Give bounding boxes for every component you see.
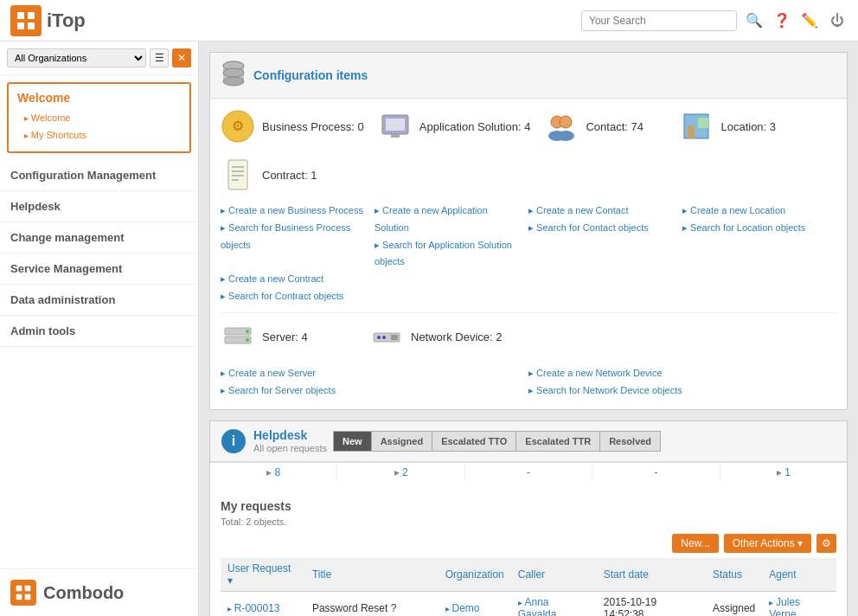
requests-table: User Request ▾ Title Organization Caller… (221, 558, 836, 616)
caller-link-1[interactable]: Anna Gavalda (518, 596, 557, 616)
config-items-body: ⚙ Business Process: 0 (210, 99, 847, 409)
helpdesk-subtitle: All open requests (253, 443, 327, 453)
app-header: iTop 🔍 ❓ ✏️ ⏻ (0, 0, 858, 42)
create-network-device-link[interactable]: Create a new Network Device (528, 365, 829, 382)
helpdesk-icon: i (221, 428, 247, 454)
sidebar-item-helpdesk[interactable]: Helpdesk (0, 191, 198, 222)
cell-status-1: Assigned (706, 592, 762, 616)
logo-text: iTop (47, 10, 86, 32)
col-user-request[interactable]: User Request ▾ (221, 558, 305, 592)
search-business-process-link[interactable]: Search for Business Process objects (221, 220, 368, 254)
helpdesk-header: i Helpdesk All open requests New Assigne… (210, 421, 847, 462)
sidebar-item-change-management[interactable]: Change management (0, 222, 198, 253)
tab-resolved[interactable]: Resolved (599, 431, 661, 452)
edit-icon[interactable]: ✏️ (799, 10, 820, 31)
create-contact-link[interactable]: Create a new Contact (528, 202, 676, 220)
svg-point-33 (246, 338, 249, 342)
table-toolbar: New... Other Actions ▾ ⚙ (221, 534, 836, 553)
search-icon[interactable]: 🔍 (744, 10, 765, 31)
svg-rect-17 (391, 134, 400, 138)
svg-text:⚙: ⚙ (232, 119, 244, 133)
helpdesk-body: My requests Total: 2 objects. New... Oth… (210, 482, 847, 616)
stat-escalated-tto: - (465, 463, 592, 482)
org-link-1[interactable]: Demo (445, 602, 480, 614)
search-app-solution-link[interactable]: Search for Application Solution objects (375, 237, 522, 272)
tile-contract-label: Contract: 1 (262, 169, 317, 182)
tab-new[interactable]: New (333, 431, 372, 452)
total-text: Total: 2 objects. (221, 517, 836, 527)
config-button[interactable]: ⚙ (816, 534, 836, 553)
create-location-link[interactable]: Create a new Location (682, 202, 829, 220)
request-link-1[interactable]: R-000013 (227, 602, 280, 614)
search-network-device-link[interactable]: Search for Network Device objects (528, 382, 829, 400)
footer-text: Combodo (43, 583, 124, 603)
org-menu-btn[interactable]: ☰ (150, 48, 169, 67)
config-link-group-contract: Create a new Contract Search for Contrac… (221, 271, 836, 305)
sidebar-item-data-admin[interactable]: Data administration (0, 285, 198, 316)
col-organization[interactable]: Organization (439, 558, 511, 592)
help-icon[interactable]: ❓ (772, 10, 792, 31)
footer-logo-icon (10, 580, 36, 606)
welcome-link-shortcuts[interactable]: My Shortcuts (24, 127, 181, 144)
tile-network-device-label: Network Device: 2 (411, 330, 502, 343)
tab-assigned[interactable]: Assigned (371, 431, 433, 452)
stat-assigned: ▸ 2 (337, 463, 464, 482)
welcome-section: Welcome Welcome My Shortcuts (7, 82, 191, 153)
config-link-group-bp: Create a new Business Process Search for… (221, 202, 375, 271)
org-select[interactable]: All Organizations (7, 48, 146, 67)
stat-resolved-bullet: ▸ (777, 466, 784, 478)
config-items-header: Configuration items (210, 53, 847, 99)
new-request-button[interactable]: New... (672, 534, 718, 553)
sidebar-item-config-management[interactable]: Configuration Management (0, 160, 198, 191)
svg-rect-25 (228, 160, 247, 189)
search-contract-link[interactable]: Search for Contract objects (221, 288, 829, 305)
svg-point-21 (557, 131, 574, 141)
svg-point-12 (223, 68, 244, 77)
config-items-title: Configuration items (253, 68, 368, 82)
other-actions-button[interactable]: Other Actions ▾ (724, 534, 811, 553)
svg-rect-4 (16, 586, 22, 592)
sidebar-item-service-management[interactable]: Service Management (0, 253, 198, 285)
tab-escalated-ttr[interactable]: Escalated TTR (515, 431, 600, 452)
welcome-link-welcome[interactable]: Welcome (24, 110, 181, 127)
tile-network-device: Network Device: 2 (369, 320, 502, 355)
config-links: Create a new Business Process Search for… (221, 202, 836, 305)
config-link-group-contact: Create a new Contact Search for Contact … (528, 202, 682, 271)
org-add-btn[interactable]: ✕ (172, 48, 191, 67)
contract-icon (221, 157, 255, 192)
svg-text:i: i (232, 433, 235, 448)
search-contact-link[interactable]: Search for Contact objects (528, 220, 676, 237)
search-input[interactable] (581, 10, 737, 31)
table-header-row: User Request ▾ Title Organization Caller… (221, 558, 836, 592)
search-location-link[interactable]: Search for Location objects (682, 220, 829, 237)
org-selector: All Organizations ☰ ✕ (0, 42, 198, 75)
main-content: Configuration items ⚙ Business Process: … (199, 42, 858, 616)
sidebar-item-admin-tools[interactable]: Admin tools (0, 316, 198, 347)
col-caller[interactable]: Caller (511, 558, 597, 592)
create-app-solution-link[interactable]: Create a new Application Solution (375, 202, 522, 237)
create-contract-link[interactable]: Create a new Contract (221, 271, 829, 288)
helpdesk-title: Helpdesk (253, 428, 307, 442)
col-start-date[interactable]: Start date (597, 558, 706, 592)
svg-point-36 (382, 336, 386, 339)
tab-escalated-tto[interactable]: Escalated TTO (432, 431, 516, 452)
cell-caller-1: Anna Gavalda (511, 592, 597, 616)
agent-link-1[interactable]: Jules Verne (769, 596, 800, 616)
search-server-link[interactable]: Search for Server objects (221, 382, 522, 400)
power-icon[interactable]: ⏻ (827, 10, 848, 31)
svg-rect-0 (17, 12, 24, 19)
app-solution-icon (378, 109, 413, 144)
table-head: User Request ▾ Title Organization Caller… (221, 558, 836, 592)
helpdesk-stats: ▸ 8 ▸ 2 - - ▸ 1 (210, 462, 847, 482)
stat-new-bullet: ▸ (266, 466, 274, 478)
create-business-process-link[interactable]: Create a new Business Process (221, 202, 368, 220)
col-status[interactable]: Status (706, 558, 762, 592)
create-server-link[interactable]: Create a new Server (221, 365, 522, 382)
server-tiles: Server: 4 Network Device: 2 (221, 320, 836, 355)
stat-assigned-bullet: ▸ (394, 466, 402, 478)
svg-rect-3 (28, 22, 35, 29)
tile-contact-label: Contact: 74 (586, 120, 644, 133)
svg-rect-24 (698, 118, 708, 128)
col-agent[interactable]: Agent (762, 558, 836, 592)
col-title[interactable]: Title (305, 558, 439, 592)
